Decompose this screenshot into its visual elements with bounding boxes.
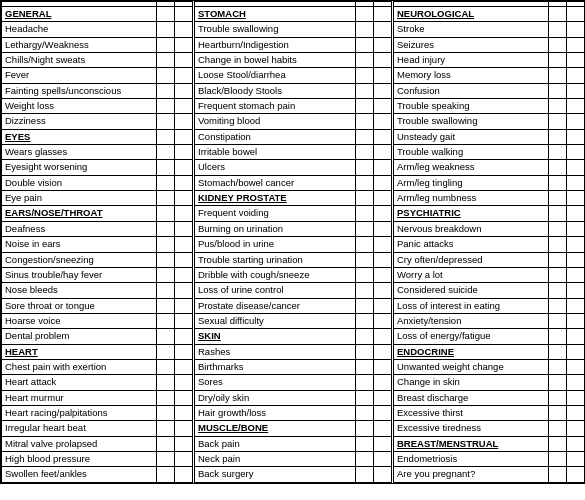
yn-cell[interactable] (157, 99, 175, 114)
yn-cell[interactable] (356, 191, 374, 206)
yn-cell[interactable] (175, 375, 193, 390)
yn-cell[interactable] (567, 451, 585, 466)
yn-cell[interactable] (374, 53, 392, 68)
yn-cell[interactable] (175, 467, 193, 482)
yn-cell[interactable] (356, 344, 374, 359)
yn-cell[interactable] (374, 68, 392, 83)
yn-cell[interactable] (549, 175, 567, 190)
yn-cell[interactable] (356, 390, 374, 405)
yn-cell[interactable] (157, 344, 175, 359)
yn-cell[interactable] (567, 237, 585, 252)
yn-cell[interactable] (567, 252, 585, 267)
yn-cell[interactable] (175, 436, 193, 451)
yn-cell[interactable] (567, 160, 585, 175)
yn-cell[interactable] (356, 252, 374, 267)
yn-cell[interactable] (157, 252, 175, 267)
yn-cell[interactable] (157, 390, 175, 405)
yn-cell[interactable] (175, 83, 193, 98)
yn-cell[interactable] (356, 114, 374, 129)
yn-cell[interactable] (356, 267, 374, 282)
yn-cell[interactable] (356, 160, 374, 175)
yn-cell[interactable] (356, 451, 374, 466)
yn-cell[interactable] (175, 329, 193, 344)
yn-cell[interactable] (175, 206, 193, 221)
yn-cell[interactable] (549, 114, 567, 129)
yn-cell[interactable] (549, 313, 567, 328)
yn-cell[interactable] (567, 175, 585, 190)
yn-cell[interactable] (157, 313, 175, 328)
yn-cell[interactable] (567, 405, 585, 420)
yn-cell[interactable] (157, 206, 175, 221)
yn-cell[interactable] (175, 252, 193, 267)
yn-cell[interactable] (374, 313, 392, 328)
yn-cell[interactable] (356, 83, 374, 98)
yn-cell[interactable] (175, 344, 193, 359)
yn-cell[interactable] (157, 451, 175, 466)
yn-cell[interactable] (175, 129, 193, 144)
yn-cell[interactable] (157, 68, 175, 83)
yn-cell[interactable] (157, 375, 175, 390)
yn-cell[interactable] (157, 283, 175, 298)
yn-cell[interactable] (374, 344, 392, 359)
yn-cell[interactable] (374, 405, 392, 420)
yn-cell[interactable] (175, 99, 193, 114)
yn-cell[interactable] (549, 375, 567, 390)
yn-cell[interactable] (157, 22, 175, 37)
yn-cell[interactable] (157, 145, 175, 160)
yn-cell[interactable] (374, 359, 392, 374)
yn-cell[interactable] (374, 252, 392, 267)
yn-cell[interactable] (175, 237, 193, 252)
yn-cell[interactable] (567, 83, 585, 98)
yn-cell[interactable] (567, 298, 585, 313)
yn-cell[interactable] (175, 313, 193, 328)
yn-cell[interactable] (356, 359, 374, 374)
yn-cell[interactable] (567, 129, 585, 144)
yn-cell[interactable] (549, 145, 567, 160)
yn-cell[interactable] (567, 7, 585, 22)
yn-cell[interactable] (549, 99, 567, 114)
yn-cell[interactable] (356, 129, 374, 144)
yn-cell[interactable] (356, 7, 374, 22)
yn-cell[interactable] (567, 467, 585, 482)
yn-cell[interactable] (157, 114, 175, 129)
yn-cell[interactable] (567, 375, 585, 390)
yn-cell[interactable] (567, 329, 585, 344)
yn-cell[interactable] (356, 421, 374, 436)
yn-cell[interactable] (175, 37, 193, 52)
yn-cell[interactable] (549, 359, 567, 374)
yn-cell[interactable] (175, 267, 193, 282)
yn-cell[interactable] (567, 221, 585, 236)
yn-cell[interactable] (374, 267, 392, 282)
yn-cell[interactable] (549, 283, 567, 298)
yn-cell[interactable] (549, 83, 567, 98)
yn-cell[interactable] (356, 329, 374, 344)
yn-cell[interactable] (374, 436, 392, 451)
yn-cell[interactable] (374, 160, 392, 175)
yn-cell[interactable] (549, 129, 567, 144)
yn-cell[interactable] (175, 68, 193, 83)
yn-cell[interactable] (567, 344, 585, 359)
yn-cell[interactable] (549, 206, 567, 221)
yn-cell[interactable] (549, 22, 567, 37)
yn-cell[interactable] (157, 298, 175, 313)
yn-cell[interactable] (175, 390, 193, 405)
yn-cell[interactable] (157, 160, 175, 175)
yn-cell[interactable] (175, 22, 193, 37)
yn-cell[interactable] (549, 267, 567, 282)
yn-cell[interactable] (356, 298, 374, 313)
yn-cell[interactable] (549, 37, 567, 52)
yn-cell[interactable] (175, 175, 193, 190)
yn-cell[interactable] (374, 467, 392, 482)
yn-cell[interactable] (175, 7, 193, 22)
yn-cell[interactable] (157, 7, 175, 22)
yn-cell[interactable] (356, 99, 374, 114)
yn-cell[interactable] (549, 451, 567, 466)
yn-cell[interactable] (549, 467, 567, 482)
yn-cell[interactable] (567, 37, 585, 52)
yn-cell[interactable] (374, 175, 392, 190)
yn-cell[interactable] (567, 421, 585, 436)
yn-cell[interactable] (567, 99, 585, 114)
yn-cell[interactable] (175, 405, 193, 420)
yn-cell[interactable] (567, 22, 585, 37)
yn-cell[interactable] (175, 191, 193, 206)
